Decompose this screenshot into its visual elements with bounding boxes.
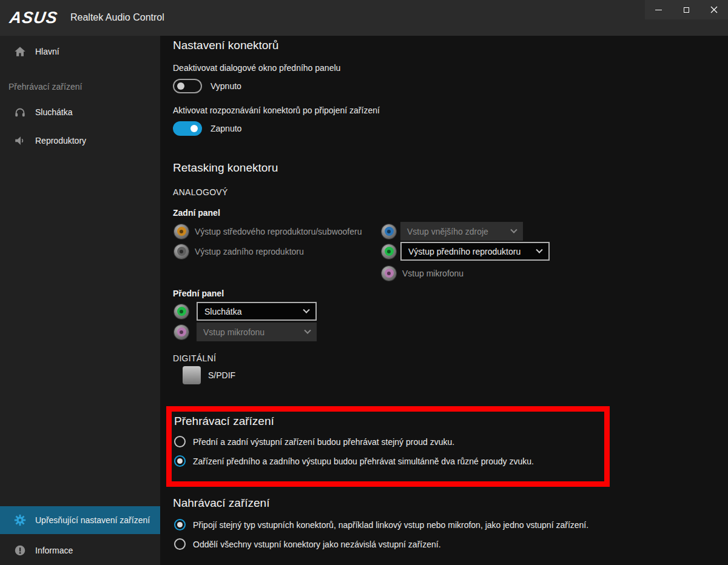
front-mic-dropdown: Vstup mikrofonu <box>197 323 317 341</box>
recording-option-merge-inputs[interactable]: Připojí stejný typ vstupních konektorů, … <box>174 519 588 530</box>
sidebar-item-label: Upřesňující nastavení zařízení <box>35 515 150 525</box>
rear-panel-heading: Zadní panel <box>173 208 220 218</box>
chevron-down-icon <box>510 226 517 233</box>
chevron-down-icon <box>536 246 542 253</box>
radio-label: Přední a zadní výstupní zařízení budou p… <box>193 437 454 447</box>
maximize-button[interactable] <box>673 0 701 19</box>
minimize-icon <box>655 10 662 10</box>
sidebar-item-information[interactable]: Informace <box>0 537 160 564</box>
dropdown-value: Sluchátka <box>204 307 241 316</box>
sidebar-item-label: Hlavní <box>35 47 59 56</box>
headphones-icon <box>13 105 27 119</box>
sidebar-item-advanced-device-settings[interactable]: Upřesňující nastavení zařízení <box>0 506 160 534</box>
gear-icon <box>13 513 27 527</box>
jack-detection-toggle[interactable] <box>173 121 202 136</box>
playback-option-same-stream[interactable]: Přední a zadní výstupní zařízení budou p… <box>174 436 454 447</box>
spdif-port-icon <box>183 366 201 384</box>
section-title-playback-devices: Přehrávací zařízení <box>174 415 274 428</box>
sidebar-item-label: Reproduktory <box>35 136 86 145</box>
jack-orange-icon <box>174 224 189 239</box>
chevron-down-icon <box>304 327 311 333</box>
dropdown-value: Vstup mikrofonu <box>203 327 265 337</box>
toggle-label-disable-front-panel-dialog: Deaktivovat dialogové okno předního pane… <box>173 63 340 73</box>
toggle-knob <box>190 125 198 132</box>
toggle-state-label: Zapnuto <box>211 124 241 133</box>
spdif-label: S/PDIF <box>208 370 235 380</box>
dropdown-value: Výstup předního reproduktoru <box>408 247 521 256</box>
toggle-label-jack-detection: Aktivovat rozpoznávání konektorů po přip… <box>173 105 380 115</box>
front-panel-dialog-toggle[interactable] <box>173 79 202 93</box>
dropdown-value: Vstup vnějšího zdroje <box>407 227 488 236</box>
minimize-button[interactable] <box>645 0 673 19</box>
window-controls <box>645 0 728 19</box>
analog-heading: ANALOGOVÝ <box>173 187 228 197</box>
jack-label: Výstup středového reproduktoru/subwoofer… <box>195 227 362 236</box>
radio-label: Připojí stejný typ vstupních konektorů, … <box>193 520 588 530</box>
rear-jack-row-rear-speaker: Výstup zadního reproduktoru <box>174 242 304 261</box>
spdif-row: S/PDIF <box>183 366 235 384</box>
radio-button[interactable] <box>174 436 186 447</box>
radio-label: Oddělí všechny vstupní konektory jako ne… <box>193 540 441 549</box>
recording-option-separate-inputs[interactable]: Oddělí všechny vstupní konektory jako ne… <box>174 538 441 550</box>
window-title: Realtek Audio Control <box>70 12 164 23</box>
rear-jack-row-center-sub: Výstup středového reproduktoru/subwoofer… <box>174 222 362 241</box>
maximize-icon <box>684 7 689 13</box>
section-title-recording-devices: Nahrávací zařízení <box>173 496 269 510</box>
chevron-down-icon <box>303 306 309 313</box>
close-button[interactable] <box>700 0 728 19</box>
jack-label: Výstup zadního reproduktoru <box>195 247 304 256</box>
jack-blue-icon <box>382 224 396 239</box>
rear-jack-row-front-out: Výstup předního reproduktoru <box>382 242 550 261</box>
section-title-retasking: Retasking konektoru <box>173 161 278 175</box>
front-out-dropdown[interactable]: Výstup předního reproduktoru <box>400 242 550 261</box>
toggle-row-jack-detection: Zapnuto <box>173 121 241 136</box>
rear-jack-row-line-in: Vstup vnějšího zdroje <box>382 222 523 241</box>
front-jack-row-mic: Vstup mikrofonu <box>174 323 317 341</box>
section-title-connector-settings: Nastavení konektorů <box>173 39 278 52</box>
jack-pink-icon <box>174 325 189 339</box>
speaker-icon <box>13 134 27 147</box>
radio-button[interactable] <box>174 519 186 530</box>
digital-heading: DIGITÁLNÍ <box>173 353 216 363</box>
sidebar-item-speakers[interactable]: Reproduktory <box>0 127 160 154</box>
sidebar-item-home[interactable]: Hlavní <box>0 38 160 65</box>
radio-label: Zařízení předního a zadního výstupu budo… <box>193 456 534 466</box>
asus-logo: ASUS <box>8 8 59 27</box>
jack-green-icon <box>382 244 396 259</box>
toggle-row-front-panel-dialog: Vypnuto <box>173 79 241 93</box>
toggle-knob <box>177 82 184 90</box>
realtek-audio-control-window: ASUS Realtek Audio Control Hlavní Přehrá… <box>0 0 728 565</box>
toggle-state-label: Vypnuto <box>211 81 241 91</box>
radio-button[interactable] <box>174 455 186 467</box>
jack-green-icon <box>174 304 189 319</box>
radio-button[interactable] <box>174 538 186 550</box>
sidebar-item-label: Sluchátka <box>35 107 72 117</box>
playback-option-independent-streams[interactable]: Zařízení předního a zadního výstupu budo… <box>174 455 534 467</box>
close-icon <box>710 6 718 13</box>
front-jack-row-headphones: Sluchátka <box>174 302 317 321</box>
jack-pink-icon <box>382 266 396 281</box>
info-icon <box>13 544 27 557</box>
front-panel-heading: Přední panel <box>173 289 224 298</box>
home-icon <box>13 45 27 58</box>
rear-jack-row-mic-in: Vstup mikrofonu <box>382 264 463 282</box>
sidebar-section-playback-devices: Přehrávací zařízení <box>8 82 82 92</box>
titlebar: ASUS Realtek Audio Control <box>0 0 728 36</box>
sidebar-item-headphones[interactable]: Sluchátka <box>0 99 160 125</box>
front-headphones-dropdown[interactable]: Sluchátka <box>197 302 317 321</box>
jack-gray-icon <box>174 244 189 259</box>
line-in-dropdown: Vstup vnějšího zdroje <box>400 222 523 241</box>
sidebar-item-label: Informace <box>35 546 73 555</box>
jack-label: Vstup mikrofonu <box>402 269 463 278</box>
sidebar: Hlavní Přehrávací zařízení Sluchátka Rep… <box>0 36 160 565</box>
